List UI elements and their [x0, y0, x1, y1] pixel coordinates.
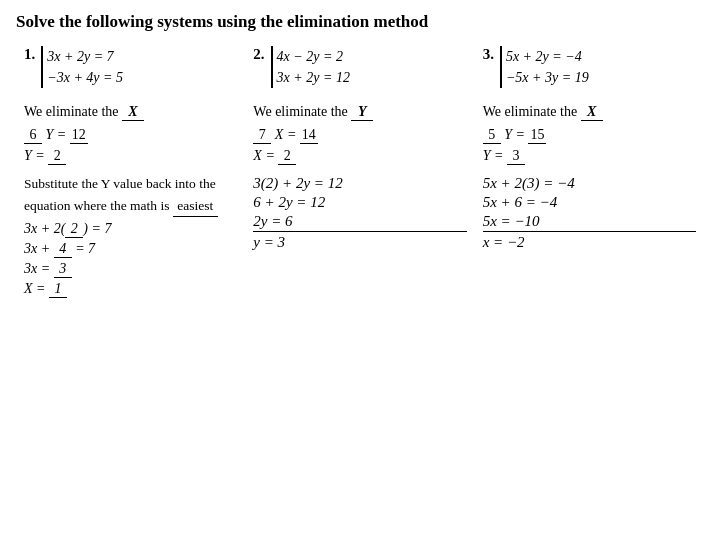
problem-1-sub1-blank: 2 — [65, 221, 83, 238]
problem-1-step2: Y = 2 — [24, 148, 237, 165]
problem-3-number: 3. — [483, 46, 494, 63]
problem-2-system: 4x − 2y = 2 3x + 2y = 12 — [271, 46, 350, 88]
problem-2-step2-val: 2 — [278, 148, 296, 165]
problem-3-step1-coeff: 5 — [483, 127, 501, 144]
problems-row: 1. 3x + 2y = 7 −3x + 4y = 5 We eliminate… — [16, 46, 704, 301]
problem-3: 3. 5x + 2y = −4 −5x + 3y = 19 We elimina… — [475, 46, 704, 251]
problem-1-eq2: −3x + 4y = 5 — [47, 67, 123, 88]
problem-1-sub4: X = 1 — [24, 281, 237, 298]
problem-2-step2: X = 2 — [253, 148, 466, 165]
problem-1-step1: 6 Y = 12 — [24, 127, 237, 144]
problem-1-sub3: 3x = 3 — [24, 261, 237, 278]
problem-3-step1: 5 Y = 15 — [483, 127, 696, 144]
problem-2-eq1: 4x − 2y = 2 — [277, 46, 350, 67]
problem-2-step1-coeff: 7 — [253, 127, 271, 144]
problem-2-eliminate-var: Y — [351, 104, 373, 121]
problem-3-step1-val: 15 — [528, 127, 546, 144]
problem-3-eq1: 5x + 2y = −4 — [506, 46, 589, 67]
problem-1-substitute: Substitute the Y value back into the equ… — [24, 173, 237, 217]
problem-3-system: 5x + 2y = −4 −5x + 3y = 19 — [500, 46, 589, 88]
problem-2-eliminate: We eliminate the Y — [253, 104, 466, 121]
page: Solve the following systems using the el… — [0, 0, 720, 313]
problem-1: 1. 3x + 2y = 7 −3x + 4y = 5 We eliminate… — [16, 46, 245, 301]
problem-1-eliminate: We eliminate the X — [24, 104, 237, 121]
page-title: Solve the following systems using the el… — [16, 12, 704, 32]
problem-2-math: 3(2) + 2y = 12 6 + 2y = 12 2y = 6 y = 3 — [253, 175, 466, 251]
problem-1-step2-val: 2 — [48, 148, 66, 165]
problem-2-eq2: 3x + 2y = 12 — [277, 67, 350, 88]
problem-1-eliminate-var: X — [122, 104, 144, 121]
problem-1-system: 3x + 2y = 7 −3x + 4y = 5 — [41, 46, 123, 88]
problem-2-step1-val: 14 — [300, 127, 318, 144]
problem-1-sub1: 3x + 2(2) = 7 — [24, 221, 237, 238]
problem-1-step1-coeff: 6 — [24, 127, 42, 144]
problem-2-step1: 7 X = 14 — [253, 127, 466, 144]
problem-1-sub3-blank: 3 — [54, 261, 72, 278]
problem-3-step2-val: 3 — [507, 148, 525, 165]
problem-1-step1-val: 12 — [70, 127, 88, 144]
problem-3-step2: Y = 3 — [483, 148, 696, 165]
problem-1-number: 1. — [24, 46, 35, 63]
problem-3-eliminate-var: X — [581, 104, 603, 121]
problem-1-sub2-blank: 4 — [54, 241, 72, 258]
problem-2-number: 2. — [253, 46, 264, 63]
problem-1-easiest: easiest — [173, 195, 218, 218]
problem-2: 2. 4x − 2y = 2 3x + 2y = 12 We eliminate… — [245, 46, 474, 251]
problem-1-eq1: 3x + 2y = 7 — [47, 46, 123, 67]
problem-3-eq2: −5x + 3y = 19 — [506, 67, 589, 88]
problem-1-sub2: 3x + 4 = 7 — [24, 241, 237, 258]
problem-3-eliminate: We eliminate the X — [483, 104, 696, 121]
problem-3-math: 5x + 2(3) = −4 5x + 6 = −4 5x = −10 x = … — [483, 175, 696, 251]
problem-1-sub4-blank: 1 — [49, 281, 67, 298]
